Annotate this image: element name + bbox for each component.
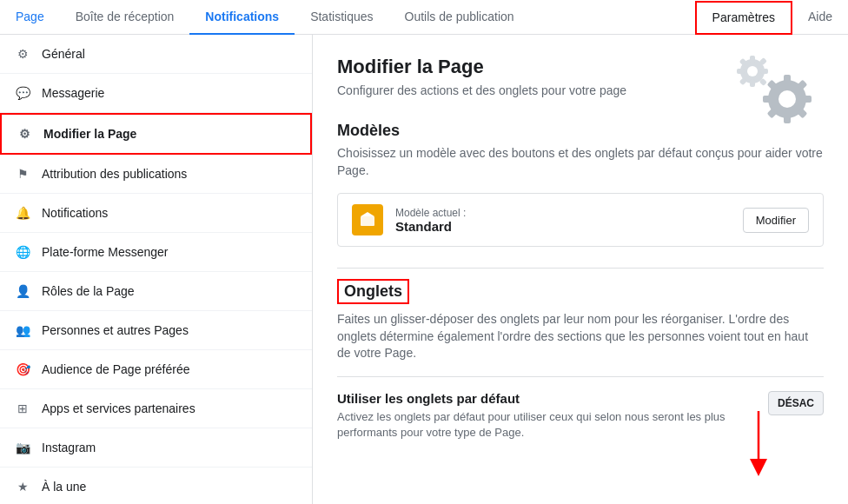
svg-marker-21 (361, 212, 374, 216)
onglets-title: Onglets (344, 282, 402, 300)
globe-icon: 🌐 (14, 243, 31, 261)
nav-outils[interactable]: Outils de publication (389, 1, 530, 35)
decorative-gear-icon (728, 47, 824, 145)
grid-icon: ⊞ (14, 400, 31, 417)
onglets-title-box: Onglets (337, 279, 409, 304)
svg-rect-20 (361, 216, 374, 226)
sidebar-item-roles[interactable]: 👤 Rôles de la Page (0, 272, 312, 311)
user-target-icon: 🎯 (14, 361, 31, 378)
flag-icon: ⚑ (14, 165, 31, 182)
sidebar-item-instagram[interactable]: 📷 Instagram (0, 428, 312, 468)
star-icon: ★ (14, 478, 31, 495)
modify-model-button[interactable]: Modifier (743, 208, 809, 233)
sidebar-item-a-la-une[interactable]: ★ À la une (0, 468, 312, 504)
model-card: Modèle actuel : Standard Modifier (337, 193, 824, 247)
modeles-description: Choisissez un modèle avec des boutons et… (337, 145, 824, 179)
sidebar-item-audience[interactable]: 🎯 Audience de Page préférée (0, 350, 312, 389)
gear-icon: ⚙ (14, 45, 31, 63)
top-navigation: Page Boîte de réception Notifications St… (0, 0, 848, 35)
model-info: Modèle actuel : Standard (395, 207, 743, 234)
toggle-description: Activez les onglets par défaut pour util… (337, 409, 754, 441)
sidebar-item-general[interactable]: ⚙ Général (0, 35, 312, 74)
model-current-label: Modèle actuel : (395, 207, 743, 219)
svg-rect-15 (760, 69, 768, 74)
user-plus-icon: 👥 (14, 322, 31, 339)
model-name: Standard (395, 219, 743, 234)
onglets-section: Onglets Faites un glisser-déposer des on… (337, 279, 824, 454)
default-tabs-toggle-row: Utiliser les onglets par défaut Activez … (337, 376, 824, 454)
svg-rect-2 (784, 75, 791, 85)
gear-icon: ⚙ (16, 125, 33, 143)
svg-marker-23 (750, 459, 767, 476)
main-layout: ⚙ Général 💬 Messagerie ⚙ Modifier la Pag… (0, 35, 848, 504)
svg-point-11 (747, 66, 758, 76)
sidebar-item-apps[interactable]: ⊞ Apps et services partenaires (0, 389, 312, 428)
instagram-icon: 📷 (14, 439, 31, 456)
svg-rect-13 (750, 79, 755, 87)
nav-notifications[interactable]: Notifications (189, 1, 295, 35)
page-header: Modifier la Page Configurer des actions … (337, 56, 824, 97)
user-icon: 👤 (14, 282, 31, 300)
toggle-text: Utiliser les onglets par défaut Activez … (337, 391, 754, 441)
bell-icon: 🔔 (14, 204, 31, 222)
sidebar-item-personnes[interactable]: 👥 Personnes et autres Pages (0, 311, 312, 350)
nav-statistiques[interactable]: Statistiques (295, 1, 388, 35)
main-content-area: Modifier la Page Configurer des actions … (313, 35, 848, 504)
nav-page[interactable]: Page (0, 1, 60, 35)
sidebar-item-modifier-page[interactable]: ⚙ Modifier la Page (0, 113, 312, 155)
svg-rect-3 (784, 113, 791, 123)
page-description: Configurer des actions et des onglets po… (337, 83, 626, 97)
svg-point-1 (778, 90, 796, 108)
svg-rect-14 (737, 69, 745, 74)
nav-aide[interactable]: Aide (792, 1, 848, 35)
sidebar-item-notifications[interactable]: 🔔 Notifications (0, 194, 312, 233)
section-divider (337, 268, 824, 269)
toggle-label: Utiliser les onglets par défaut (337, 391, 754, 406)
message-icon: 💬 (14, 84, 31, 102)
sidebar: ⚙ Général 💬 Messagerie ⚙ Modifier la Pag… (0, 35, 313, 504)
svg-rect-12 (750, 56, 755, 63)
svg-rect-5 (801, 96, 812, 103)
svg-rect-4 (763, 96, 773, 103)
sidebar-item-plateforme[interactable]: 🌐 Plate-forme Messenger (0, 233, 312, 272)
nav-boite[interactable]: Boîte de réception (60, 1, 190, 35)
sidebar-item-attribution[interactable]: ⚑ Attribution des publications (0, 155, 312, 194)
red-arrow-indicator (745, 411, 772, 481)
nav-parametres[interactable]: Paramètres (695, 1, 792, 35)
page-title: Modifier la Page (337, 56, 626, 78)
onglets-description: Faites un glisser-déposer des onglets pa… (337, 311, 824, 362)
header-text: Modifier la Page Configurer des actions … (337, 56, 626, 97)
model-icon (352, 204, 383, 235)
sidebar-item-messagerie[interactable]: 💬 Messagerie (0, 74, 312, 113)
desac-toggle-button[interactable]: DÉSAC (768, 391, 824, 415)
